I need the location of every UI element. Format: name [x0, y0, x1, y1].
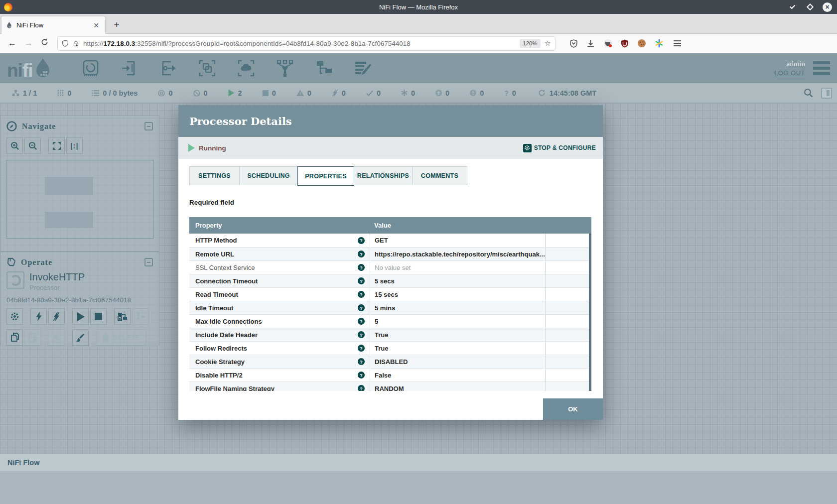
property-value[interactable]: True	[370, 328, 545, 341]
logout-link[interactable]: LOG OUT	[774, 69, 805, 77]
nifi-favicon	[5, 21, 13, 29]
tab-close-icon[interactable]: ✕	[91, 21, 101, 29]
ublock-icon[interactable]	[621, 39, 629, 48]
property-value[interactable]: 15 secs	[370, 288, 545, 301]
help-icon[interactable]: ?	[358, 372, 365, 378]
global-menu-icon[interactable]	[813, 59, 830, 78]
back-icon[interactable]: ←	[8, 38, 16, 48]
zoom-in-icon[interactable]	[6, 137, 23, 154]
output-port-component-icon[interactable]	[158, 58, 179, 79]
delete-button[interactable]: DELETE	[96, 329, 146, 346]
collapse-operate-icon[interactable]	[144, 258, 153, 266]
table-row[interactable]: Cookie Strategy?DISABLED	[189, 355, 591, 368]
threads-icon	[57, 90, 64, 96]
remote-process-group-component-icon[interactable]	[236, 58, 257, 79]
group-snippet-icon[interactable]	[48, 329, 65, 346]
table-row[interactable]: Read Timeout?15 secs	[189, 287, 591, 301]
help-icon[interactable]: ?	[358, 291, 365, 298]
dialog-tab-scheduling[interactable]: SCHEDULING	[239, 166, 298, 185]
help-icon[interactable]: ?	[358, 237, 365, 244]
pocket-icon[interactable]	[569, 39, 578, 48]
dialog-tab-relationships[interactable]: RELATIONSHIPS	[354, 166, 413, 185]
search-icon[interactable]	[804, 88, 813, 98]
label-component-icon[interactable]	[352, 58, 373, 79]
property-value[interactable]: 5 secs	[370, 274, 545, 287]
save-template-icon[interactable]	[114, 308, 131, 325]
bookmark-star-icon[interactable]: ☆	[545, 39, 551, 48]
dialog-tab-settings[interactable]: SETTINGS	[189, 166, 240, 185]
table-row[interactable]: Remote URL?https://repo.stackable.tech/r…	[189, 247, 591, 260]
process-group-component-icon[interactable]	[197, 58, 218, 79]
property-value[interactable]: False	[370, 369, 545, 381]
template-component-icon[interactable]	[313, 58, 334, 79]
table-row[interactable]: Connection Timeout?5 secs	[189, 274, 591, 287]
table-row[interactable]: SSL Context Service?No value set	[189, 260, 591, 274]
zoom-out-icon[interactable]	[24, 137, 41, 154]
tracking-shield-icon[interactable]	[62, 39, 69, 47]
maximize-icon[interactable]	[806, 2, 815, 11]
enable-lightning-icon[interactable]	[30, 308, 47, 325]
help-icon[interactable]: ?	[358, 277, 365, 284]
property-value[interactable]: 5 mins	[370, 301, 545, 314]
table-row[interactable]: Max Idle Connections?5	[189, 314, 591, 328]
start-play-icon[interactable]	[72, 308, 89, 325]
birdseye-minimap[interactable]	[6, 160, 154, 239]
minimize-icon[interactable]	[789, 2, 798, 11]
property-value[interactable]: DISABLED	[370, 355, 545, 368]
dialog-tab-properties[interactable]: PROPERTIES	[297, 166, 354, 186]
table-row[interactable]: Follow Redirects?True	[189, 341, 591, 355]
zoom-fit-icon[interactable]	[48, 137, 65, 154]
page-zoom-badge[interactable]: 120%	[520, 39, 540, 48]
zoom-actual-size-icon[interactable]: |:|	[66, 137, 83, 154]
upload-template-icon[interactable]	[132, 308, 148, 325]
input-port-component-icon[interactable]	[119, 58, 140, 79]
funnel-component-icon[interactable]	[275, 58, 295, 79]
dialog-tab-comments[interactable]: COMMENTS	[412, 166, 467, 185]
stop-square-icon[interactable]	[90, 308, 107, 325]
help-icon[interactable]: ?	[358, 264, 365, 271]
extension-mask-icon[interactable]	[603, 39, 612, 48]
reload-icon[interactable]	[41, 38, 48, 48]
property-value[interactable]: 5	[370, 315, 545, 328]
disable-lightning-slash-icon[interactable]	[48, 308, 65, 325]
new-tab-button[interactable]: +	[111, 19, 123, 31]
property-value[interactable]: https://repo.stackable.tech/repository/m…	[370, 248, 545, 260]
collapse-navigate-icon[interactable]	[144, 122, 153, 130]
property-value[interactable]: GET	[370, 234, 545, 247]
table-row[interactable]: Disable HTTP/2?False	[189, 368, 591, 381]
refresh-icon[interactable]	[538, 89, 546, 97]
breadcrumb[interactable]: NiFi Flow	[0, 454, 837, 467]
property-value[interactable]: True	[370, 342, 545, 355]
copy-icon[interactable]	[6, 329, 23, 346]
cookie-icon[interactable]	[637, 39, 646, 48]
ok-button[interactable]: OK	[543, 398, 603, 420]
stop-and-configure-button[interactable]: STOP & CONFIGURE	[523, 144, 596, 152]
firefox-menu-icon[interactable]	[674, 39, 681, 48]
url-bar[interactable]: https://172.18.0.3:32558/nifi/?processGr…	[57, 36, 556, 51]
close-icon[interactable]: ×	[823, 2, 832, 12]
forward-icon[interactable]: →	[24, 38, 33, 48]
processor-component-icon[interactable]	[80, 58, 101, 79]
property-value[interactable]: No value set	[370, 261, 545, 274]
flow-canvas[interactable]: Navigate |:| Operate	[0, 103, 837, 504]
table-row[interactable]: HTTP Method?GET	[189, 234, 591, 247]
help-icon[interactable]: ?	[358, 345, 365, 352]
table-row[interactable]: Idle Timeout?5 mins	[189, 301, 591, 314]
table-scrollbar-thumb[interactable]	[589, 234, 591, 399]
paste-icon[interactable]	[24, 329, 41, 346]
table-row[interactable]: Include Date Header?True	[189, 328, 591, 341]
configure-gear-icon[interactable]	[6, 308, 23, 325]
dialog-status-band: Running STOP & CONFIGURE	[178, 137, 603, 159]
extension-asterisk-icon[interactable]	[655, 39, 664, 48]
lock-warning-icon[interactable]	[73, 40, 79, 47]
browser-tab-nifi-flow[interactable]: NiFi Flow ✕	[1, 16, 106, 34]
bulletin-panel-toggle-icon[interactable]	[821, 88, 832, 99]
invalid-icon	[296, 90, 304, 96]
help-icon[interactable]: ?	[358, 331, 365, 338]
change-color-brush-icon[interactable]	[72, 329, 89, 346]
help-icon[interactable]: ?	[358, 358, 365, 365]
download-icon[interactable]	[586, 39, 595, 48]
help-icon[interactable]: ?	[358, 318, 365, 325]
help-icon[interactable]: ?	[358, 304, 365, 311]
help-icon[interactable]: ?	[358, 251, 365, 257]
